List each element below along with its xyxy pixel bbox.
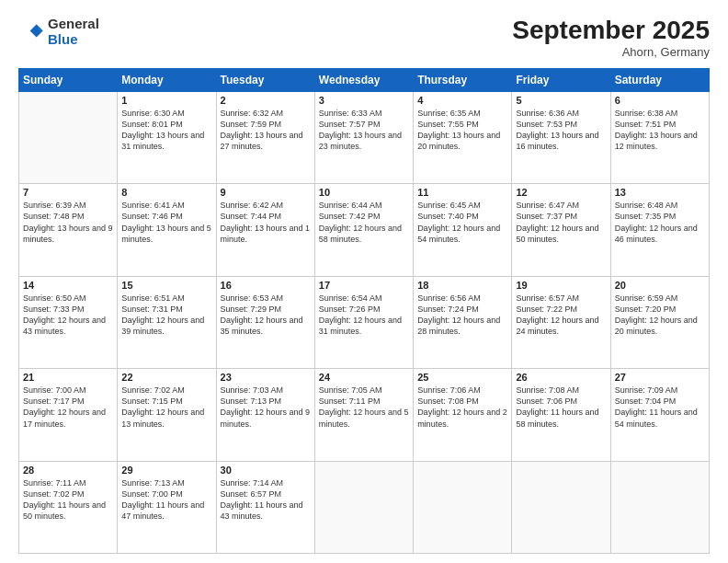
calendar-cell: 29Sunrise: 7:13 AM Sunset: 7:00 PM Dayli…: [118, 461, 216, 553]
day-number: 23: [221, 372, 311, 383]
cell-content: Sunrise: 7:13 AM Sunset: 7:00 PM Dayligh…: [121, 477, 211, 523]
calendar-cell: 3Sunrise: 6:33 AM Sunset: 7:57 PM Daylig…: [314, 91, 413, 183]
day-number: 24: [319, 372, 409, 383]
day-number: 29: [121, 465, 211, 476]
weekday-header-friday: Friday: [512, 68, 610, 91]
day-number: 10: [319, 187, 409, 198]
day-number: 16: [221, 280, 311, 291]
calendar-cell: [19, 91, 118, 183]
calendar-cell: 26Sunrise: 7:08 AM Sunset: 7:06 PM Dayli…: [512, 369, 610, 461]
cell-content: Sunrise: 7:11 AM Sunset: 7:02 PM Dayligh…: [23, 477, 113, 523]
week-row-1: 1Sunrise: 6:30 AM Sunset: 8:01 PM Daylig…: [19, 91, 710, 183]
day-number: 17: [319, 280, 409, 291]
calendar-cell: [414, 461, 512, 553]
day-number: 21: [23, 372, 113, 383]
cell-content: Sunrise: 6:59 AM Sunset: 7:20 PM Dayligh…: [615, 293, 705, 338]
calendar-cell: 19Sunrise: 6:57 AM Sunset: 7:22 PM Dayli…: [512, 276, 610, 368]
cell-content: Sunrise: 6:32 AM Sunset: 7:59 PM Dayligh…: [221, 108, 311, 153]
calendar-cell: 25Sunrise: 7:06 AM Sunset: 7:08 PM Dayli…: [414, 369, 512, 461]
calendar-cell: 18Sunrise: 6:56 AM Sunset: 7:24 PM Dayli…: [414, 276, 512, 368]
cell-content: Sunrise: 6:44 AM Sunset: 7:42 PM Dayligh…: [319, 200, 409, 245]
month-title: September 2025: [512, 17, 710, 45]
day-number: 8: [121, 187, 211, 198]
day-number: 22: [121, 372, 211, 383]
day-number: 7: [23, 187, 113, 198]
cell-content: Sunrise: 6:53 AM Sunset: 7:29 PM Dayligh…: [221, 293, 311, 338]
calendar-cell: 24Sunrise: 7:05 AM Sunset: 7:11 PM Dayli…: [314, 369, 413, 461]
calendar-cell: 10Sunrise: 6:44 AM Sunset: 7:42 PM Dayli…: [314, 184, 413, 276]
day-number: 26: [516, 372, 606, 383]
logo-text: General Blue: [48, 17, 99, 47]
day-number: 3: [319, 95, 409, 106]
cell-content: Sunrise: 6:33 AM Sunset: 7:57 PM Dayligh…: [319, 108, 409, 153]
weekday-header-thursday: Thursday: [414, 68, 512, 91]
week-row-2: 7Sunrise: 6:39 AM Sunset: 7:48 PM Daylig…: [19, 184, 710, 276]
calendar-cell: 2Sunrise: 6:32 AM Sunset: 7:59 PM Daylig…: [216, 91, 314, 183]
calendar-cell: 14Sunrise: 6:50 AM Sunset: 7:33 PM Dayli…: [19, 276, 118, 368]
title-block: September 2025 Ahorn, Germany: [512, 17, 710, 59]
cell-content: Sunrise: 6:45 AM Sunset: 7:40 PM Dayligh…: [417, 200, 507, 245]
cell-content: Sunrise: 7:05 AM Sunset: 7:11 PM Dayligh…: [319, 385, 409, 430]
day-number: 18: [417, 280, 507, 291]
day-number: 6: [615, 95, 705, 106]
weekday-header-monday: Monday: [118, 68, 216, 91]
calendar-cell: [314, 461, 413, 553]
calendar-table: SundayMondayTuesdayWednesdayThursdayFrid…: [18, 68, 710, 554]
calendar-cell: 22Sunrise: 7:02 AM Sunset: 7:15 PM Dayli…: [118, 369, 216, 461]
calendar-cell: 27Sunrise: 7:09 AM Sunset: 7:04 PM Dayli…: [610, 369, 709, 461]
calendar-cell: 20Sunrise: 6:59 AM Sunset: 7:20 PM Dayli…: [610, 276, 709, 368]
cell-content: Sunrise: 6:42 AM Sunset: 7:44 PM Dayligh…: [221, 200, 311, 245]
day-number: 4: [417, 95, 507, 106]
calendar-cell: [512, 461, 610, 553]
calendar-cell: 16Sunrise: 6:53 AM Sunset: 7:29 PM Dayli…: [216, 276, 314, 368]
weekday-header-tuesday: Tuesday: [216, 68, 314, 91]
calendar-cell: [610, 461, 709, 553]
location: Ahorn, Germany: [512, 45, 710, 59]
cell-content: Sunrise: 6:54 AM Sunset: 7:26 PM Dayligh…: [319, 293, 409, 338]
cell-content: Sunrise: 7:03 AM Sunset: 7:13 PM Dayligh…: [221, 385, 311, 430]
calendar-cell: 17Sunrise: 6:54 AM Sunset: 7:26 PM Dayli…: [314, 276, 413, 368]
day-number: 28: [23, 465, 113, 476]
cell-content: Sunrise: 6:36 AM Sunset: 7:53 PM Dayligh…: [516, 108, 606, 153]
calendar-cell: 15Sunrise: 6:51 AM Sunset: 7:31 PM Dayli…: [118, 276, 216, 368]
day-number: 1: [121, 95, 211, 106]
logo: General Blue: [18, 17, 99, 47]
day-number: 19: [516, 280, 606, 291]
calendar-cell: 12Sunrise: 6:47 AM Sunset: 7:37 PM Dayli…: [512, 184, 610, 276]
weekday-header-wednesday: Wednesday: [314, 68, 413, 91]
cell-content: Sunrise: 6:35 AM Sunset: 7:55 PM Dayligh…: [417, 108, 507, 153]
calendar-cell: 30Sunrise: 7:14 AM Sunset: 6:57 PM Dayli…: [216, 461, 314, 553]
cell-content: Sunrise: 7:08 AM Sunset: 7:06 PM Dayligh…: [516, 385, 606, 430]
day-number: 30: [221, 465, 311, 476]
weekday-header-saturday: Saturday: [610, 68, 709, 91]
calendar-cell: 7Sunrise: 6:39 AM Sunset: 7:48 PM Daylig…: [19, 184, 118, 276]
calendar-cell: 5Sunrise: 6:36 AM Sunset: 7:53 PM Daylig…: [512, 91, 610, 183]
cell-content: Sunrise: 7:06 AM Sunset: 7:08 PM Dayligh…: [417, 385, 507, 430]
calendar-cell: 1Sunrise: 6:30 AM Sunset: 8:01 PM Daylig…: [118, 91, 216, 183]
day-number: 9: [221, 187, 311, 198]
cell-content: Sunrise: 6:30 AM Sunset: 8:01 PM Dayligh…: [121, 108, 211, 153]
day-number: 27: [615, 372, 705, 383]
week-row-3: 14Sunrise: 6:50 AM Sunset: 7:33 PM Dayli…: [19, 276, 710, 368]
day-number: 2: [221, 95, 311, 106]
cell-content: Sunrise: 6:48 AM Sunset: 7:35 PM Dayligh…: [615, 200, 705, 245]
day-number: 11: [417, 187, 507, 198]
cell-content: Sunrise: 6:38 AM Sunset: 7:51 PM Dayligh…: [615, 108, 705, 153]
calendar-cell: 8Sunrise: 6:41 AM Sunset: 7:46 PM Daylig…: [118, 184, 216, 276]
cell-content: Sunrise: 6:51 AM Sunset: 7:31 PM Dayligh…: [121, 293, 211, 338]
week-row-4: 21Sunrise: 7:00 AM Sunset: 7:17 PM Dayli…: [19, 369, 710, 461]
calendar-cell: 23Sunrise: 7:03 AM Sunset: 7:13 PM Dayli…: [216, 369, 314, 461]
page-header: General Blue September 2025 Ahorn, Germa…: [18, 17, 710, 59]
calendar-cell: 21Sunrise: 7:00 AM Sunset: 7:17 PM Dayli…: [19, 369, 118, 461]
calendar-header-row: SundayMondayTuesdayWednesdayThursdayFrid…: [19, 68, 710, 91]
calendar-cell: 28Sunrise: 7:11 AM Sunset: 7:02 PM Dayli…: [19, 461, 118, 553]
calendar-cell: 13Sunrise: 6:48 AM Sunset: 7:35 PM Dayli…: [610, 184, 709, 276]
day-number: 20: [615, 280, 705, 291]
calendar-cell: 9Sunrise: 6:42 AM Sunset: 7:44 PM Daylig…: [216, 184, 314, 276]
week-row-5: 28Sunrise: 7:11 AM Sunset: 7:02 PM Dayli…: [19, 461, 710, 553]
cell-content: Sunrise: 7:00 AM Sunset: 7:17 PM Dayligh…: [23, 385, 113, 430]
cell-content: Sunrise: 7:09 AM Sunset: 7:04 PM Dayligh…: [615, 385, 705, 430]
day-number: 15: [121, 280, 211, 291]
calendar-cell: 11Sunrise: 6:45 AM Sunset: 7:40 PM Dayli…: [414, 184, 512, 276]
cell-content: Sunrise: 6:50 AM Sunset: 7:33 PM Dayligh…: [23, 293, 113, 338]
